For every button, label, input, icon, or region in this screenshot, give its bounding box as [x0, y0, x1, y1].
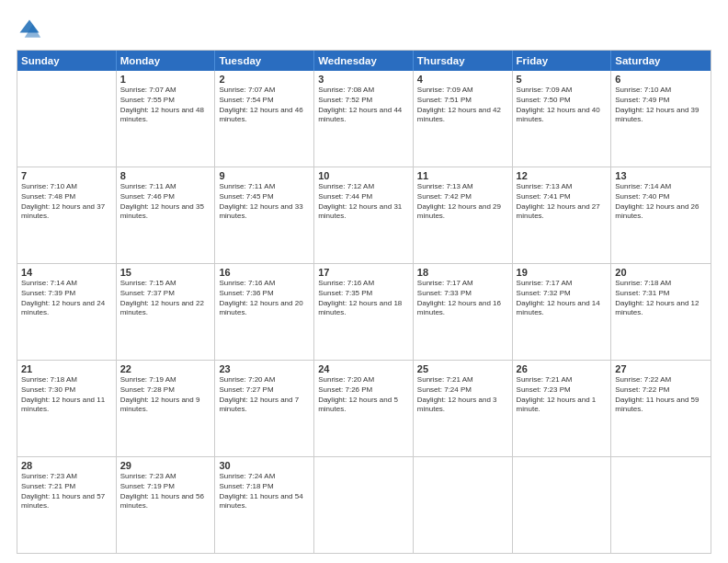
page: SundayMondayTuesdayWednesdayThursdayFrid…: [0, 0, 728, 563]
calendar-cell: 21Sunrise: 7:18 AMSunset: 7:30 PMDayligh…: [17, 361, 117, 456]
calendar-cell: 19Sunrise: 7:17 AMSunset: 7:32 PMDayligh…: [513, 264, 612, 360]
calendar-cell: 17Sunrise: 7:16 AMSunset: 7:35 PMDayligh…: [314, 264, 414, 360]
calendar-cell: 30Sunrise: 7:24 AMSunset: 7:18 PMDayligh…: [215, 457, 314, 553]
cell-day-number: 4: [417, 74, 508, 85]
cell-day-number: 9: [219, 170, 310, 181]
cell-day-number: 2: [219, 74, 310, 85]
cell-info: Sunrise: 7:23 AMSunset: 7:19 PMDaylight:…: [120, 472, 211, 511]
cell-info: Sunrise: 7:16 AMSunset: 7:36 PMDaylight:…: [219, 279, 310, 318]
cell-info: Sunrise: 7:24 AMSunset: 7:18 PMDaylight:…: [219, 472, 310, 511]
calendar-cell: 8Sunrise: 7:11 AMSunset: 7:46 PMDaylight…: [117, 167, 216, 263]
cell-info: Sunrise: 7:09 AMSunset: 7:51 PMDaylight:…: [417, 86, 508, 125]
cell-info: Sunrise: 7:20 AMSunset: 7:26 PMDaylight:…: [318, 375, 409, 415]
logo-icon: [17, 17, 42, 42]
cell-day-number: 26: [517, 363, 608, 374]
calendar-cell: 24Sunrise: 7:20 AMSunset: 7:26 PMDayligh…: [314, 361, 414, 456]
cell-day-number: 21: [21, 363, 112, 374]
cell-info: Sunrise: 7:07 AMSunset: 7:55 PMDaylight:…: [120, 86, 211, 125]
cell-day-number: 10: [318, 170, 409, 181]
calendar-cell: [314, 457, 414, 553]
cell-info: Sunrise: 7:22 AMSunset: 7:22 PMDaylight:…: [615, 375, 707, 415]
cell-info: Sunrise: 7:21 AMSunset: 7:24 PMDaylight:…: [417, 375, 508, 415]
cell-day-number: 14: [21, 267, 112, 278]
calendar-cell: 9Sunrise: 7:11 AMSunset: 7:45 PMDaylight…: [215, 167, 314, 263]
calendar-row: 28Sunrise: 7:23 AMSunset: 7:21 PMDayligh…: [17, 457, 711, 553]
cell-info: Sunrise: 7:21 AMSunset: 7:23 PMDaylight:…: [517, 375, 608, 415]
calendar-cell: 14Sunrise: 7:14 AMSunset: 7:39 PMDayligh…: [17, 264, 117, 360]
cell-day-number: 17: [318, 267, 409, 278]
calendar-cell: 28Sunrise: 7:23 AMSunset: 7:21 PMDayligh…: [17, 457, 117, 553]
calendar-cell: 26Sunrise: 7:21 AMSunset: 7:23 PMDayligh…: [513, 361, 612, 456]
cell-day-number: 6: [615, 74, 707, 85]
cell-day-number: 25: [417, 363, 508, 374]
cell-day-number: 18: [417, 267, 508, 278]
calendar-header-row: SundayMondayTuesdayWednesdayThursdayFrid…: [17, 51, 711, 71]
calendar-cell: 20Sunrise: 7:18 AMSunset: 7:31 PMDayligh…: [611, 264, 711, 360]
cell-day-number: 16: [219, 267, 310, 278]
calendar-cell: 5Sunrise: 7:09 AMSunset: 7:50 PMDaylight…: [513, 71, 612, 167]
logo: [17, 17, 46, 42]
cell-day-number: 24: [318, 363, 409, 374]
calendar-cell: 7Sunrise: 7:10 AMSunset: 7:48 PMDaylight…: [17, 167, 117, 263]
cell-day-number: 28: [21, 460, 112, 471]
cell-day-number: 7: [21, 170, 112, 181]
header: [17, 17, 711, 42]
calendar-header-cell: Friday: [513, 51, 612, 71]
cell-info: Sunrise: 7:11 AMSunset: 7:45 PMDaylight:…: [219, 182, 310, 222]
cell-day-number: 29: [120, 460, 211, 471]
calendar-cell: 1Sunrise: 7:07 AMSunset: 7:55 PMDaylight…: [117, 71, 216, 167]
calendar-header-cell: Saturday: [611, 51, 711, 71]
cell-info: Sunrise: 7:15 AMSunset: 7:37 PMDaylight:…: [120, 279, 211, 318]
calendar-cell: 2Sunrise: 7:07 AMSunset: 7:54 PMDaylight…: [215, 71, 314, 167]
cell-info: Sunrise: 7:13 AMSunset: 7:41 PMDaylight:…: [517, 182, 608, 222]
cell-day-number: 30: [219, 460, 310, 471]
cell-day-number: 11: [417, 170, 508, 181]
calendar-cell: 18Sunrise: 7:17 AMSunset: 7:33 PMDayligh…: [414, 264, 513, 360]
cell-day-number: 23: [219, 363, 310, 374]
cell-info: Sunrise: 7:20 AMSunset: 7:27 PMDaylight:…: [219, 375, 310, 415]
cell-info: Sunrise: 7:13 AMSunset: 7:42 PMDaylight:…: [417, 182, 508, 222]
calendar-cell: [513, 457, 612, 553]
cell-info: Sunrise: 7:16 AMSunset: 7:35 PMDaylight:…: [318, 279, 409, 318]
cell-info: Sunrise: 7:23 AMSunset: 7:21 PMDaylight:…: [21, 472, 112, 511]
cell-info: Sunrise: 7:11 AMSunset: 7:46 PMDaylight:…: [120, 182, 211, 222]
cell-day-number: 5: [517, 74, 608, 85]
calendar-cell: 27Sunrise: 7:22 AMSunset: 7:22 PMDayligh…: [611, 361, 711, 456]
cell-info: Sunrise: 7:12 AMSunset: 7:44 PMDaylight:…: [318, 182, 409, 222]
cell-info: Sunrise: 7:18 AMSunset: 7:31 PMDaylight:…: [615, 279, 707, 318]
cell-day-number: 20: [615, 267, 707, 278]
calendar-cell: 25Sunrise: 7:21 AMSunset: 7:24 PMDayligh…: [414, 361, 513, 456]
cell-info: Sunrise: 7:10 AMSunset: 7:49 PMDaylight:…: [615, 86, 707, 125]
calendar-row: 21Sunrise: 7:18 AMSunset: 7:30 PMDayligh…: [17, 361, 711, 457]
calendar: SundayMondayTuesdayWednesdayThursdayFrid…: [17, 50, 711, 554]
calendar-cell: 29Sunrise: 7:23 AMSunset: 7:19 PMDayligh…: [117, 457, 216, 553]
cell-info: Sunrise: 7:09 AMSunset: 7:50 PMDaylight:…: [517, 86, 608, 125]
calendar-header-cell: Sunday: [17, 51, 117, 71]
calendar-header-cell: Wednesday: [314, 51, 414, 71]
cell-day-number: 27: [615, 363, 707, 374]
calendar-body: 1Sunrise: 7:07 AMSunset: 7:55 PMDaylight…: [17, 71, 711, 553]
calendar-cell: 11Sunrise: 7:13 AMSunset: 7:42 PMDayligh…: [414, 167, 513, 263]
calendar-cell: 4Sunrise: 7:09 AMSunset: 7:51 PMDaylight…: [414, 71, 513, 167]
calendar-row: 1Sunrise: 7:07 AMSunset: 7:55 PMDaylight…: [17, 71, 711, 167]
cell-info: Sunrise: 7:07 AMSunset: 7:54 PMDaylight:…: [219, 86, 310, 125]
calendar-cell: [611, 457, 711, 553]
calendar-header-cell: Thursday: [414, 51, 513, 71]
calendar-cell: 16Sunrise: 7:16 AMSunset: 7:36 PMDayligh…: [215, 264, 314, 360]
cell-info: Sunrise: 7:17 AMSunset: 7:33 PMDaylight:…: [417, 279, 508, 318]
calendar-cell: [414, 457, 513, 553]
cell-day-number: 3: [318, 74, 409, 85]
cell-day-number: 15: [120, 267, 211, 278]
calendar-cell: 6Sunrise: 7:10 AMSunset: 7:49 PMDaylight…: [611, 71, 711, 167]
calendar-row: 14Sunrise: 7:14 AMSunset: 7:39 PMDayligh…: [17, 264, 711, 361]
calendar-cell: 12Sunrise: 7:13 AMSunset: 7:41 PMDayligh…: [513, 167, 612, 263]
calendar-cell: 3Sunrise: 7:08 AMSunset: 7:52 PMDaylight…: [314, 71, 414, 167]
calendar-cell: 10Sunrise: 7:12 AMSunset: 7:44 PMDayligh…: [314, 167, 414, 263]
cell-info: Sunrise: 7:14 AMSunset: 7:39 PMDaylight:…: [21, 279, 112, 318]
cell-info: Sunrise: 7:14 AMSunset: 7:40 PMDaylight:…: [615, 182, 707, 222]
cell-day-number: 1: [120, 74, 211, 85]
calendar-cell: [17, 71, 117, 167]
cell-day-number: 13: [615, 170, 707, 181]
calendar-cell: 23Sunrise: 7:20 AMSunset: 7:27 PMDayligh…: [215, 361, 314, 456]
cell-info: Sunrise: 7:17 AMSunset: 7:32 PMDaylight:…: [517, 279, 608, 318]
